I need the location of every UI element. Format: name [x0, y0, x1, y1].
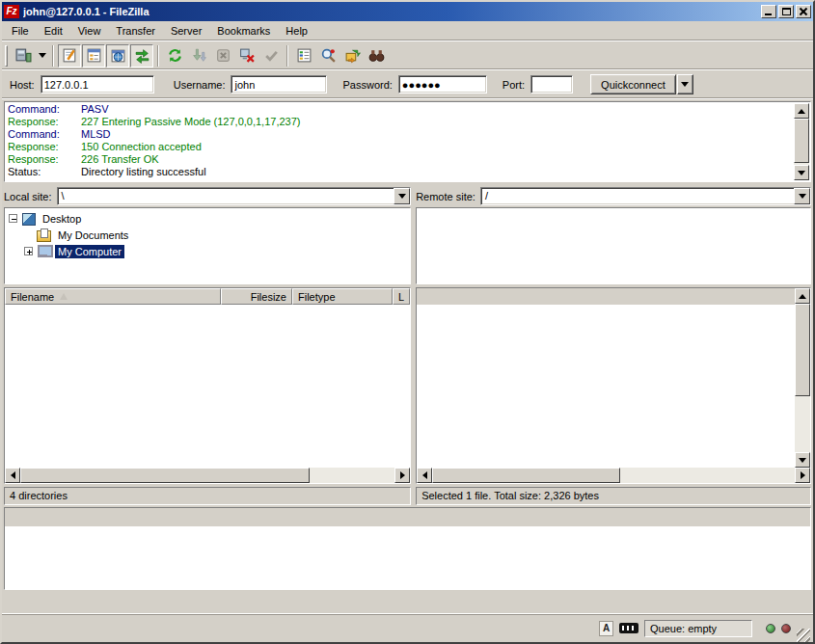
menu-bar: FileEditViewTransferServerBookmarksHelp	[2, 21, 813, 41]
quickconnect-bar: Host: Username: Password: Port: Quickcon…	[2, 70, 813, 99]
scroll-right-icon[interactable]	[394, 468, 410, 483]
local-site-bar: Local site: \	[4, 186, 411, 206]
menu-item[interactable]: Bookmarks	[209, 23, 278, 39]
password-label: Password:	[342, 79, 392, 91]
computer-icon	[37, 245, 51, 257]
tree-item-label[interactable]: My Computer	[55, 245, 124, 258]
local-file-list: Filename Filesize Filetype L	[4, 287, 411, 484]
local-horizontal-scrollbar[interactable]	[5, 468, 410, 483]
remote-site-label: Remote site:	[416, 191, 475, 202]
process-queue-button[interactable]	[187, 44, 210, 67]
collapse-icon[interactable]	[9, 214, 17, 223]
toggle-local-tree-button[interactable]	[82, 44, 105, 67]
tree-item-label[interactable]: Desktop	[40, 212, 84, 226]
toggle-transfer-queue-button[interactable]	[130, 44, 153, 67]
log-line-text: Directory listing successful	[81, 166, 206, 178]
remote-vertical-scrollbar[interactable]	[795, 288, 810, 468]
tree-item-label[interactable]: My Documents	[55, 228, 131, 242]
menu-item[interactable]: View	[70, 23, 109, 39]
minimize-button[interactable]	[761, 5, 776, 18]
toolbar-grip[interactable]	[5, 45, 8, 67]
log-line-text: PASV	[81, 103, 109, 116]
menu-item[interactable]: Edit	[37, 23, 70, 39]
disconnect-button[interactable]	[235, 44, 258, 67]
remote-file-list	[416, 287, 811, 484]
host-input[interactable]	[41, 75, 154, 94]
log-line-label: Command:	[8, 103, 81, 116]
column-header[interactable]: Filename	[5, 288, 221, 305]
scroll-up-icon[interactable]	[794, 103, 809, 119]
menu-item[interactable]: File	[4, 23, 37, 39]
site-manager-dropdown-icon[interactable]	[36, 44, 48, 67]
browser-panes: Local site: \ Desktop	[2, 184, 813, 505]
scroll-thumb[interactable]	[795, 304, 810, 396]
column-header[interactable]: L	[393, 288, 410, 305]
local-file-rows	[5, 305, 410, 468]
scroll-left-icon[interactable]	[5, 468, 20, 483]
log-scrollbar[interactable]	[794, 103, 809, 180]
documents-folder-icon	[37, 228, 51, 241]
file-search-button[interactable]	[316, 44, 340, 67]
log-line-label: Response:	[8, 116, 81, 128]
local-site-value: \	[58, 188, 394, 204]
column-header[interactable]: Filesize	[221, 288, 292, 305]
tree-item[interactable]: My Documents	[5, 227, 410, 243]
transfer-type-indicator-icon: A	[599, 621, 613, 636]
chevron-down-icon[interactable]	[394, 188, 410, 204]
port-input[interactable]	[530, 75, 573, 94]
scroll-right-icon[interactable]	[795, 468, 810, 483]
password-input[interactable]	[398, 75, 487, 94]
username-input[interactable]	[231, 75, 327, 94]
chevron-down-icon[interactable]	[794, 188, 810, 204]
local-pane: Local site: \ Desktop	[4, 186, 411, 505]
resize-grip[interactable]	[797, 629, 810, 642]
local-list-header: Filename Filesize Filetype L	[5, 288, 410, 305]
menu-item[interactable]: Server	[163, 23, 209, 39]
remote-status-text: Selected 1 file. Total size: 2,326 bytes	[416, 487, 811, 505]
toolbar-separator	[286, 45, 288, 67]
column-header[interactable]: Filetype	[292, 288, 393, 305]
quickconnect-button[interactable]: Quickconnect	[590, 74, 676, 94]
desktop-icon	[21, 212, 36, 225]
status-bar: A Queue: empty	[2, 613, 813, 642]
scroll-up-icon[interactable]	[795, 288, 810, 304]
menu-item[interactable]: Help	[278, 23, 315, 39]
log-line-label: Command:	[8, 128, 81, 141]
remote-horizontal-scrollbar[interactable]	[417, 468, 810, 483]
remote-list-header	[417, 288, 795, 305]
synchronized-browsing-button[interactable]	[340, 44, 364, 67]
log-line-label: Response:	[8, 153, 81, 166]
maximize-button[interactable]	[778, 5, 794, 18]
local-status-text: 4 directories	[4, 487, 411, 505]
directory-comparison-button[interactable]	[365, 44, 388, 67]
site-manager-button[interactable]	[12, 44, 35, 67]
refresh-button[interactable]	[163, 44, 186, 67]
title-bar[interactable]: Fz john@127.0.0.1 - FileZilla	[2, 2, 813, 21]
scroll-down-icon[interactable]	[794, 165, 809, 180]
scroll-thumb[interactable]	[20, 468, 310, 483]
filezilla-window: Fz john@127.0.0.1 - FileZilla FileEditVi…	[0, 0, 815, 644]
cancel-queue-button[interactable]	[211, 44, 234, 67]
tree-item[interactable]: My Computer	[5, 243, 410, 259]
scroll-thumb[interactable]	[794, 119, 809, 163]
toggle-remote-tree-button[interactable]	[106, 44, 129, 67]
remote-site-combobox[interactable]: /	[480, 187, 811, 205]
log-line: Command: PASV	[8, 103, 792, 116]
toolbar-separator	[157, 45, 159, 67]
toolbar-separator	[52, 45, 54, 67]
scroll-down-icon[interactable]	[795, 452, 810, 468]
host-label: Host:	[10, 79, 35, 91]
queue-status-text: Queue: empty	[644, 620, 752, 637]
log-line-label: Response:	[8, 141, 81, 153]
tree-item[interactable]: Desktop	[5, 210, 410, 227]
abort-button[interactable]	[259, 44, 283, 67]
toggle-message-log-button[interactable]	[58, 44, 81, 67]
scroll-thumb[interactable]	[432, 468, 620, 483]
quickconnect-dropdown-icon[interactable]	[677, 74, 693, 94]
menu-item[interactable]: Transfer	[108, 23, 163, 39]
local-site-combobox[interactable]: \	[57, 187, 412, 205]
directory-filter-button[interactable]	[292, 44, 315, 67]
expand-icon[interactable]	[24, 247, 33, 255]
scroll-left-icon[interactable]	[417, 468, 432, 483]
close-button[interactable]	[796, 5, 811, 18]
